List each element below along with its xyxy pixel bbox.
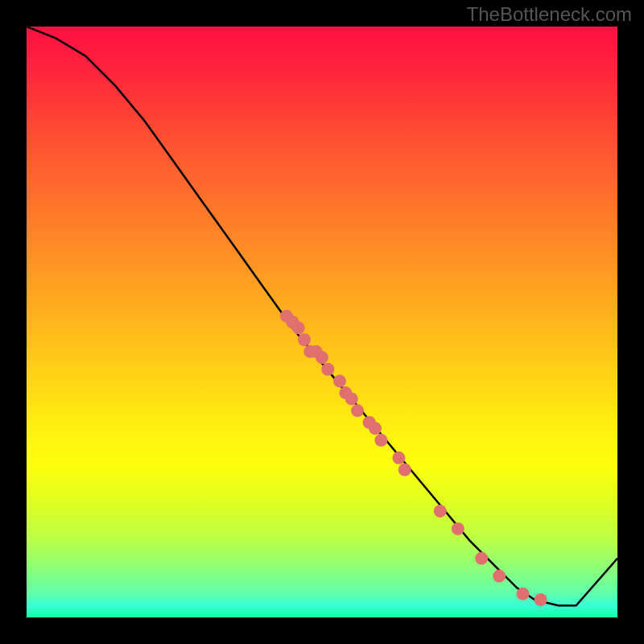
curve-path xyxy=(27,27,617,605)
data-point xyxy=(452,522,464,535)
data-point xyxy=(535,593,547,606)
data-point xyxy=(517,588,530,601)
plot-area xyxy=(27,27,617,617)
data-point xyxy=(321,363,334,376)
scatter-points xyxy=(280,310,547,606)
data-point xyxy=(298,333,311,346)
data-point xyxy=(316,351,328,364)
data-point xyxy=(345,392,358,405)
chart-container: TheBottleneck.com xyxy=(0,0,644,644)
data-point xyxy=(493,570,506,583)
watermark: TheBottleneck.com xyxy=(467,3,632,26)
data-point xyxy=(392,452,405,464)
data-point xyxy=(351,404,364,417)
data-point xyxy=(369,422,382,435)
data-point xyxy=(333,374,346,387)
chart-svg xyxy=(27,27,617,617)
data-point xyxy=(292,321,305,334)
data-point xyxy=(374,434,387,447)
data-point xyxy=(398,464,411,477)
curve-line xyxy=(27,27,617,605)
data-point xyxy=(434,505,447,518)
data-point xyxy=(475,552,488,565)
